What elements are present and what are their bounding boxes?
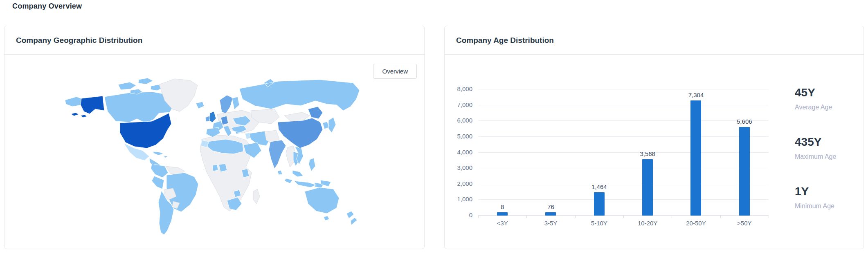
x-axis-label: 3-5Y: [526, 220, 575, 227]
map-overview-button[interactable]: Overview: [373, 64, 417, 79]
region-ghana[interactable]: [212, 165, 218, 171]
bar-slot: 5,606: [720, 89, 769, 216]
world-choropleth-map: [49, 61, 365, 237]
region-uk[interactable]: [209, 111, 216, 122]
x-axis-label: >50Y: [720, 220, 769, 227]
region-new-zealand[interactable]: [346, 211, 357, 225]
age-stats-panel: 45Y Average Age 435Y Maximum Age 1Y Mini…: [795, 86, 836, 234]
bar-value-label: 5,606: [720, 118, 769, 125]
region-japan[interactable]: [328, 117, 336, 133]
axis-tick: [672, 216, 672, 218]
y-axis-label: 7,000: [457, 101, 472, 108]
stat-value-maximum: 435Y: [795, 135, 836, 149]
bar-slot: 76: [526, 89, 575, 216]
axis-tick: [769, 216, 769, 218]
region-philippines[interactable]: [309, 158, 315, 171]
bar-value-label: 8: [478, 203, 526, 210]
geo-card-title: Company Geographic Distribution: [4, 26, 424, 55]
chart-bar[interactable]: [497, 212, 508, 216]
stat-average-age: 45Y Average Age: [795, 86, 836, 111]
region-russia[interactable]: [239, 79, 360, 111]
region-malaysia[interactable]: [292, 170, 303, 177]
region-iceland[interactable]: [196, 102, 204, 109]
stat-label-maximum: Maximum Age: [795, 153, 836, 160]
geo-distribution-card: Company Geographic Distribution Overview: [4, 26, 425, 249]
bar-value-label: 3,568: [623, 150, 672, 157]
chart-bar[interactable]: [594, 192, 605, 216]
x-axis-label: 10-20Y: [623, 220, 672, 227]
stat-maximum-age: 435Y Maximum Age: [795, 135, 836, 160]
y-axis-label: 2,000: [457, 180, 472, 187]
axis-tick: [575, 216, 576, 218]
stat-value-average: 45Y: [795, 86, 836, 100]
region-korea[interactable]: [323, 122, 329, 129]
bar-slot: 8: [478, 89, 526, 216]
y-axis-label: 0: [469, 211, 472, 218]
bar-series: 8761,4643,5687,3045,606: [478, 89, 769, 216]
region-caribbean[interactable]: [153, 151, 168, 158]
stat-label-minimum: Minimum Age: [795, 203, 836, 210]
page-title: Company Overview: [12, 2, 82, 11]
bar-slot: 3,568: [623, 89, 672, 216]
y-axis: 01,0002,0003,0004,0005,0006,0007,0008,00…: [445, 89, 472, 216]
region-scandinavia[interactable]: [220, 95, 233, 114]
stat-minimum-age: 1Y Minimum Age: [795, 185, 836, 210]
region-colombia[interactable]: [151, 164, 168, 178]
geo-card-body: Overview: [4, 55, 424, 249]
age-card-title: Company Age Distribution: [445, 26, 864, 55]
region-madagascar[interactable]: [253, 189, 260, 204]
region-sri-lanka[interactable]: [278, 170, 282, 175]
x-axis-label: <3Y: [478, 220, 526, 227]
y-axis-label: 3,000: [457, 164, 472, 171]
axis-tick: [720, 216, 721, 218]
x-axis: <3Y3-5Y5-10Y10-20Y20-50Y>50Y: [478, 220, 769, 227]
age-bar-chart: 01,0002,0003,0004,0005,0006,0007,0008,00…: [445, 55, 792, 249]
chart-bar[interactable]: [642, 159, 653, 216]
y-axis-label: 4,000: [457, 149, 472, 156]
bar-value-label: 76: [526, 203, 575, 210]
stat-value-minimum: 1Y: [795, 185, 836, 198]
age-distribution-card: Company Age Distribution 01,0002,0003,00…: [444, 26, 864, 249]
axis-tick: [478, 216, 479, 218]
region-peru[interactable]: [152, 176, 164, 189]
bar-slot: 1,464: [575, 89, 623, 216]
region-arctic-islands[interactable]: [118, 78, 163, 94]
x-axis-label: 5-10Y: [575, 220, 623, 227]
region-india[interactable]: [269, 140, 286, 169]
region-indonesia[interactable]: [284, 178, 324, 188]
region-australia[interactable]: [305, 187, 339, 220]
y-axis-label: 8,000: [457, 85, 472, 92]
region-nigeria[interactable]: [219, 164, 227, 172]
region-finland[interactable]: [232, 97, 239, 109]
y-axis-label: 1,000: [457, 196, 472, 203]
y-axis-label: 5,000: [457, 133, 472, 140]
axis-tick: [623, 216, 624, 218]
axis-tick: [526, 216, 527, 218]
bar-value-label: 7,304: [672, 91, 720, 98]
chart-bar[interactable]: [690, 100, 701, 216]
chart-bar[interactable]: [545, 212, 556, 216]
chart-bar[interactable]: [739, 127, 750, 216]
age-card-body: 01,0002,0003,0004,0005,0006,0007,0008,00…: [445, 55, 864, 249]
bar-value-label: 1,464: [575, 183, 623, 190]
x-axis-label: 20-50Y: [672, 220, 720, 227]
bar-slot: 7,304: [672, 89, 720, 216]
chart-plot-area: 8761,4643,5687,3045,606: [478, 89, 769, 216]
y-axis-label: 6,000: [457, 117, 472, 124]
stat-label-average: Average Age: [795, 104, 836, 111]
region-ireland[interactable]: [205, 116, 210, 122]
